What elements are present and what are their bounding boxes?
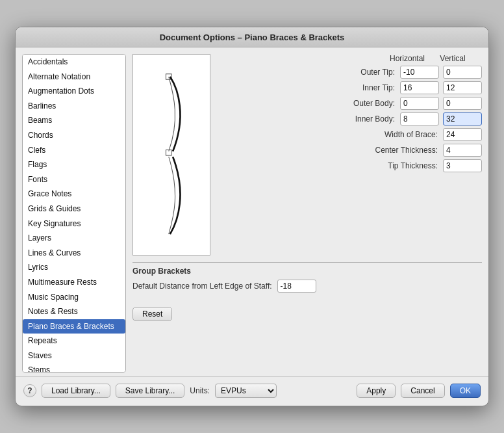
sidebar-item[interactable]: Grace Notes xyxy=(23,187,125,202)
width-of-brace-label: Width of Brace: xyxy=(220,130,443,139)
sidebar-item[interactable]: Repeats xyxy=(23,334,125,348)
sidebar: AccidentalsAlternate NotationAugmentatio… xyxy=(22,54,126,373)
sidebar-item[interactable]: Flags xyxy=(23,157,125,172)
save-library-button[interactable]: Save Library... xyxy=(116,384,184,398)
tip-thickness-input[interactable] xyxy=(443,159,482,172)
sidebar-item[interactable]: Music Spacing xyxy=(23,290,125,305)
sidebar-item[interactable]: Notes & Rests xyxy=(23,304,125,319)
sidebar-item[interactable]: Clefs xyxy=(23,143,125,158)
center-thickness-row: Center Thickness: xyxy=(220,144,482,157)
width-of-brace-input[interactable] xyxy=(443,128,482,141)
reset-button[interactable]: Reset xyxy=(132,307,172,321)
bottom-bar: ? Load Library... Save Library... Units:… xyxy=(16,376,488,406)
sidebar-item[interactable]: Multimeasure Rests xyxy=(23,275,125,290)
ok-button[interactable]: OK xyxy=(450,384,481,398)
tip-thickness-label: Tip Thickness: xyxy=(220,161,443,170)
sidebar-item[interactable]: Piano Braces & Brackets xyxy=(23,319,125,334)
inner-tip-h-input[interactable] xyxy=(400,81,439,94)
dialog-body: AccidentalsAlternate NotationAugmentatio… xyxy=(16,47,488,373)
brace-svg xyxy=(133,55,210,255)
tip-thickness-inputs xyxy=(443,159,482,172)
outer-body-label: Outer Body: xyxy=(220,99,400,108)
units-select[interactable]: EVPUsInchesCentimetersPointsSpaces xyxy=(215,384,277,398)
inner-tip-v-input[interactable] xyxy=(443,81,482,94)
sidebar-item[interactable]: Barlines xyxy=(23,99,125,114)
group-brackets-title: Group Brackets xyxy=(132,267,482,276)
document-options-dialog: Document Options – Piano Braces & Bracke… xyxy=(15,27,489,406)
brace-preview xyxy=(132,54,210,256)
width-of-brace-inputs xyxy=(443,128,482,141)
sidebar-item[interactable]: Chords xyxy=(23,128,125,143)
outer-body-inputs xyxy=(400,97,482,110)
fields-header: Horizontal Vertical xyxy=(220,54,482,63)
inner-body-inputs xyxy=(400,112,482,125)
inner-body-row: Inner Body: xyxy=(220,112,482,125)
center-thickness-label: Center Thickness: xyxy=(220,146,443,155)
outer-tip-inputs xyxy=(400,66,482,79)
tip-thickness-row: Tip Thickness: xyxy=(220,159,482,172)
dialog-title: Document Options – Piano Braces & Bracke… xyxy=(160,33,345,42)
outer-tip-label: Outer Tip: xyxy=(220,68,400,77)
reset-area: Reset xyxy=(132,307,482,321)
inner-tip-row: Inner Tip: xyxy=(220,81,482,94)
inner-body-h-input[interactable] xyxy=(400,112,439,125)
vertical-col-label: Vertical xyxy=(430,54,475,63)
center-thickness-inputs xyxy=(443,144,482,157)
sidebar-item[interactable]: Key Signatures xyxy=(23,216,125,231)
sidebar-item[interactable]: Staves xyxy=(23,348,125,363)
center-thickness-input[interactable] xyxy=(443,144,482,157)
width-of-brace-row: Width of Brace: xyxy=(220,128,482,141)
outer-tip-row: Outer Tip: xyxy=(220,66,482,79)
group-brackets-section: Group Brackets Default Distance from Lef… xyxy=(132,262,482,296)
default-distance-label: Default Distance from Left Edge of Staff… xyxy=(132,282,272,291)
outer-body-row: Outer Body: xyxy=(220,97,482,110)
help-button[interactable]: ? xyxy=(23,384,36,397)
main-content: Horizontal Vertical Outer Tip: Inner Tip… xyxy=(132,54,482,373)
sidebar-item[interactable]: Fonts xyxy=(23,172,125,187)
outer-tip-v-input[interactable] xyxy=(443,66,482,79)
inner-body-label: Inner Body: xyxy=(220,114,400,124)
horizontal-col-label: Horizontal xyxy=(384,54,430,63)
outer-body-h-input[interactable] xyxy=(400,97,439,110)
load-library-button[interactable]: Load Library... xyxy=(42,384,110,398)
sidebar-item[interactable]: Accidentals xyxy=(23,55,125,70)
outer-body-v-input[interactable] xyxy=(443,97,482,110)
sidebar-item[interactable]: Stems xyxy=(23,363,125,373)
sidebar-item[interactable]: Lines & Curves xyxy=(23,246,125,261)
default-distance-input[interactable] xyxy=(277,280,316,293)
outer-tip-h-input[interactable] xyxy=(400,66,439,79)
top-area: Horizontal Vertical Outer Tip: Inner Tip… xyxy=(132,54,482,256)
apply-button[interactable]: Apply xyxy=(357,384,396,398)
sidebar-item[interactable]: Alternate Notation xyxy=(23,70,125,85)
sidebar-item[interactable]: Lyrics xyxy=(23,260,125,275)
cancel-button[interactable]: Cancel xyxy=(401,384,444,398)
units-label: Units: xyxy=(190,386,210,395)
inner-tip-label: Inner Tip: xyxy=(220,83,400,92)
inner-tip-inputs xyxy=(400,81,482,94)
sidebar-item[interactable]: Augmentation Dots xyxy=(23,84,125,99)
sidebar-item[interactable]: Grids & Guides xyxy=(23,202,125,216)
sidebar-item[interactable]: Layers xyxy=(23,231,125,246)
fields-panel: Horizontal Vertical Outer Tip: Inner Tip… xyxy=(220,54,482,256)
group-brackets-row: Default Distance from Left Edge of Staff… xyxy=(132,280,482,293)
title-bar: Document Options – Piano Braces & Bracke… xyxy=(16,27,488,47)
sidebar-item[interactable]: Beams xyxy=(23,113,125,128)
inner-body-v-input[interactable] xyxy=(443,112,482,125)
